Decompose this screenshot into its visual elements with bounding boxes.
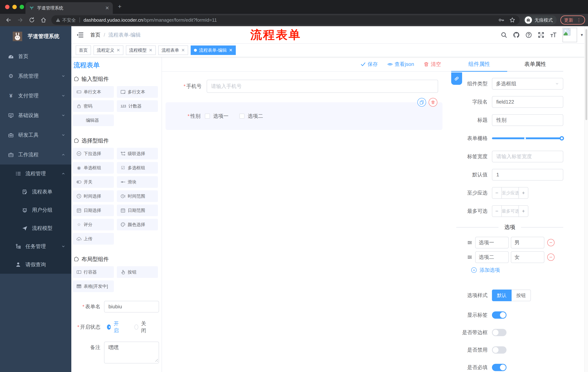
max-select-input[interactable] bbox=[502, 206, 518, 217]
palette-item-dropdown[interactable]: 下拉选择 bbox=[73, 148, 114, 159]
palette-item-button[interactable]: 按钮 bbox=[117, 266, 158, 278]
sidebar-item-home[interactable]: 首页 bbox=[0, 47, 71, 66]
font-size-icon[interactable] bbox=[550, 32, 557, 38]
disabled-toggle[interactable] bbox=[492, 346, 506, 354]
style-button-button[interactable]: 按钮 bbox=[512, 289, 531, 301]
hamburger-icon[interactable] bbox=[76, 31, 84, 39]
palette-item-rate[interactable]: ☆评分 bbox=[73, 219, 114, 230]
reload-icon[interactable] bbox=[29, 17, 35, 23]
tag-close-icon[interactable]: ✕ bbox=[149, 48, 152, 53]
sidebar-item-system[interactable]: ⚙ 系统管理 bbox=[0, 66, 71, 86]
browser-tab[interactable]: 芋道管理系统 ✕ bbox=[25, 2, 113, 14]
clear-button[interactable]: 清空 bbox=[423, 61, 441, 68]
password-key-icon[interactable] bbox=[498, 17, 504, 23]
window-close-button[interactable] bbox=[5, 5, 10, 9]
save-button[interactable]: 保存 bbox=[360, 61, 378, 68]
forward-icon[interactable] bbox=[17, 17, 23, 23]
browser-menu-icon[interactable]: ⋮ bbox=[577, 17, 581, 23]
stepper-minus-button[interactable]: − bbox=[492, 206, 502, 217]
view-json-button[interactable]: 查看json bbox=[387, 61, 414, 68]
avatar-caret-icon[interactable]: ▼ bbox=[580, 33, 584, 37]
sidebar-item-process-form[interactable]: 流程表单 bbox=[0, 183, 71, 201]
status-radio-off[interactable]: 关闭 bbox=[132, 320, 148, 334]
palette-item-time-picker[interactable]: 时间选择 bbox=[73, 190, 114, 202]
palette-item-row-container[interactable]: 行容器 bbox=[73, 266, 114, 278]
tag-process-model[interactable]: 流程模型✕ bbox=[126, 45, 156, 55]
phone-input[interactable] bbox=[207, 80, 438, 93]
sidebar-item-workflow[interactable]: 工作流程 bbox=[0, 145, 71, 165]
default-value-input[interactable] bbox=[492, 169, 563, 181]
sidebar-item-process-model[interactable]: 流程模型 bbox=[0, 219, 71, 237]
drag-handle-icon[interactable] bbox=[467, 255, 472, 260]
drag-handle-icon[interactable] bbox=[467, 240, 472, 245]
stepper-plus-button[interactable]: + bbox=[518, 206, 528, 217]
tag-close-icon[interactable]: ✕ bbox=[229, 48, 232, 53]
palette-item-cascader[interactable]: 级联选择 bbox=[117, 148, 158, 159]
sidebar-item-task-mgmt[interactable]: 任务管理 bbox=[0, 237, 71, 255]
tag-close-icon[interactable]: ✕ bbox=[181, 48, 185, 53]
palette-item-password[interactable]: 密码 bbox=[73, 100, 114, 112]
fullscreen-icon[interactable] bbox=[538, 32, 544, 38]
palette-item-slider[interactable]: 滑块 bbox=[117, 176, 158, 188]
tab-close-icon[interactable]: ✕ bbox=[105, 5, 109, 11]
stepper-minus-button[interactable]: − bbox=[492, 187, 502, 198]
label-width-input[interactable] bbox=[492, 151, 563, 162]
option-2-label-input[interactable] bbox=[475, 251, 509, 263]
delete-field-button[interactable] bbox=[429, 98, 437, 107]
breadcrumb-home[interactable]: 首页 bbox=[90, 32, 100, 38]
border-toggle[interactable] bbox=[492, 329, 506, 336]
palette-item-editor[interactable]: 编辑器 bbox=[73, 115, 114, 126]
canvas-field-gender-selected[interactable]: *性别 选项一 选项二 bbox=[166, 102, 442, 130]
checkbox-box[interactable] bbox=[239, 114, 244, 119]
field-name-input[interactable] bbox=[492, 96, 563, 108]
palette-item-single-text[interactable]: 单行文本 bbox=[73, 86, 114, 98]
tab-form-props[interactable]: 表单属性 bbox=[507, 57, 563, 71]
palette-item-date-range[interactable]: 日期范围 bbox=[117, 205, 158, 216]
search-icon[interactable] bbox=[501, 32, 507, 38]
tag-home[interactable]: 首页 bbox=[76, 45, 91, 55]
window-minimize-button[interactable] bbox=[12, 5, 17, 9]
not-secure-label[interactable]: 不安全 bbox=[62, 17, 76, 23]
tag-close-icon[interactable]: ✕ bbox=[116, 48, 120, 53]
palette-item-switch[interactable]: 开关 bbox=[73, 176, 114, 188]
checkbox-box[interactable] bbox=[205, 114, 210, 119]
scrollbar-thumb[interactable] bbox=[586, 29, 587, 120]
tag-process-definition[interactable]: 流程定义✕ bbox=[94, 45, 123, 55]
required-toggle[interactable] bbox=[492, 364, 506, 371]
copy-field-button[interactable] bbox=[417, 98, 426, 107]
palette-item-date-picker[interactable]: 日期选择 bbox=[73, 205, 114, 216]
palette-item-checkbox-group[interactable]: ☑多选框组 bbox=[117, 162, 158, 174]
min-select-input[interactable] bbox=[502, 187, 518, 198]
avatar[interactable] bbox=[563, 28, 577, 42]
option-1-label-input[interactable] bbox=[475, 237, 509, 248]
sidebar-item-infra[interactable]: 基础设施 bbox=[0, 106, 71, 125]
bookmark-star-icon[interactable] bbox=[509, 17, 515, 23]
slider-handle[interactable] bbox=[560, 136, 564, 140]
tab-component-props[interactable]: 组件属性 bbox=[451, 57, 507, 71]
window-zoom-button[interactable] bbox=[20, 5, 24, 9]
tag-process-form[interactable]: 流程表单✕ bbox=[158, 45, 188, 55]
palette-item-time-range[interactable]: 时间范围 bbox=[117, 190, 158, 202]
palette-item-multi-text[interactable]: 多行文本 bbox=[117, 86, 158, 98]
show-label-toggle[interactable] bbox=[492, 311, 506, 319]
gender-option-1[interactable]: 选项一 bbox=[205, 113, 229, 120]
option-1-value-input[interactable] bbox=[511, 237, 544, 248]
gender-option-2[interactable]: 选项二 bbox=[239, 113, 263, 120]
github-icon[interactable] bbox=[513, 32, 520, 38]
back-icon[interactable] bbox=[5, 17, 12, 23]
tag-process-form-edit[interactable]: 流程表单-编辑✕ bbox=[191, 45, 236, 55]
help-icon[interactable] bbox=[525, 32, 532, 38]
url-text[interactable]: dashboard.yudao.iocoder.cn/bpm/manager/f… bbox=[84, 17, 217, 23]
palette-item-upload[interactable]: 上传 bbox=[73, 233, 114, 244]
add-option-button[interactable]: ＋ 添加选项 bbox=[471, 267, 563, 274]
address-bar[interactable]: 不安全 dashboard.yudao.iocoder.cn/bpm/manag… bbox=[51, 15, 520, 25]
option-2-value-input[interactable] bbox=[511, 251, 544, 263]
palette-item-counter[interactable]: 123计数器 bbox=[117, 100, 158, 112]
textarea-resize-handle[interactable] bbox=[155, 358, 158, 362]
chrome-update-button[interactable]: 更新 ⋮ bbox=[560, 15, 585, 25]
component-type-select[interactable]: 多选框组 bbox=[492, 78, 563, 90]
palette-item-table[interactable]: 表格[开发中] bbox=[73, 280, 114, 292]
sidebar-item-user-group[interactable]: 用户分组 bbox=[0, 201, 71, 219]
slider-track[interactable] bbox=[492, 138, 561, 139]
sidebar-item-process-mgmt[interactable]: 流程管理 bbox=[0, 165, 71, 183]
